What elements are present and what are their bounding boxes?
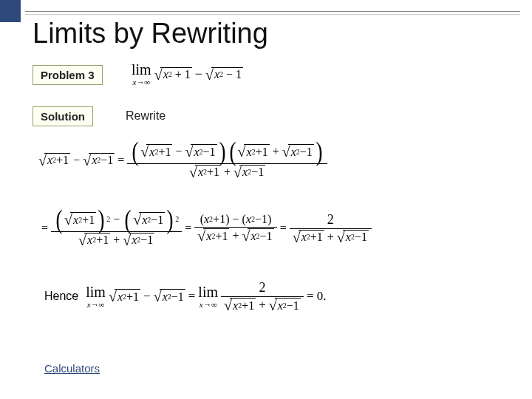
calculators-link[interactable]: Calculators — [44, 362, 100, 375]
sqrt-term: √x2 − 1 — [205, 67, 243, 82]
step2-expression: = ( √x2+1 )2 − ( √x2−1 )2 √x2+1 + √x2−1 — [38, 208, 372, 248]
header-rule — [25, 11, 520, 12]
conclusion-expression: Hence lim x→∞ √x2+1 − √x2−1 = lim x→∞ 2 … — [44, 279, 329, 313]
page-title: Limits by Rewriting — [33, 18, 268, 50]
sqrt-term: √x2 + 1 — [154, 67, 192, 82]
hence-label: Hence — [44, 290, 78, 303]
equals-zero: = 0. — [304, 289, 330, 304]
minus-sign: − — [192, 66, 205, 82]
lim-subscript: x→∞ — [132, 78, 150, 86]
solution-label-box: Solution — [33, 106, 93, 126]
header-accent-square — [0, 0, 21, 22]
slide: Limits by Rewriting Problem 3 Solution R… — [0, 0, 532, 399]
lim-word: lim — [132, 62, 151, 77]
limit-operator: lim x→∞ — [132, 62, 151, 86]
problem-label-box: Problem 3 — [33, 65, 103, 85]
step1-expression: √x2+1 − √x2−1 = ( √x2+1 − √x2−1 ) ( √x2+… — [38, 140, 327, 180]
rewrite-label: Rewrite — [126, 109, 166, 123]
numerator-two: 2 — [324, 211, 337, 228]
header-rule-light — [25, 14, 520, 15]
problem-expression: lim x→∞ √x2 + 1 − √x2 − 1 — [132, 62, 243, 86]
